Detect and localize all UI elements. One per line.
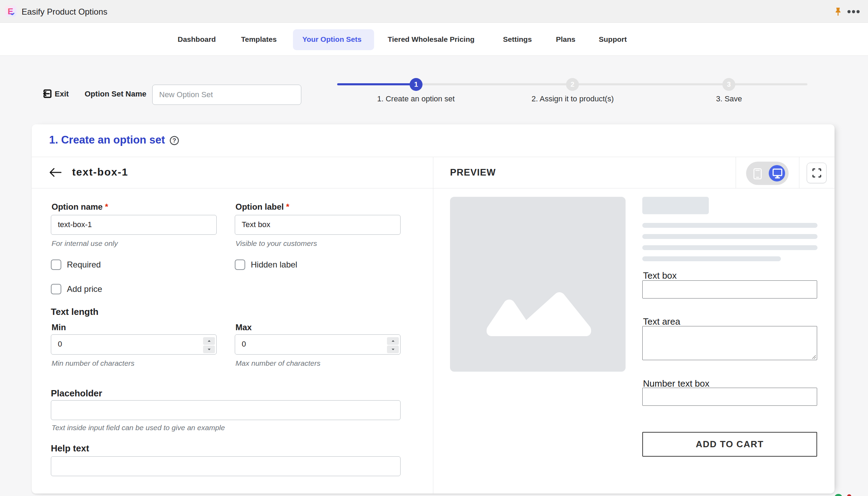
svg-text:?: ? (172, 137, 176, 144)
